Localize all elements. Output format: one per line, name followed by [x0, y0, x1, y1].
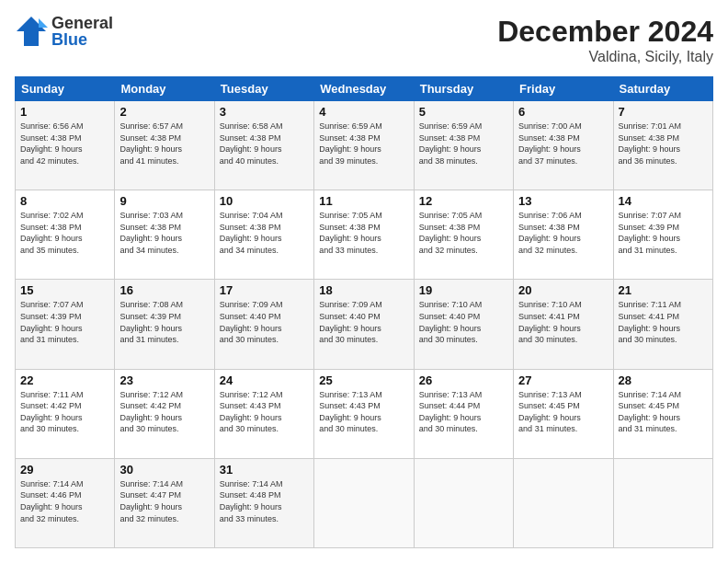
day-info: Sunrise: 7:14 AM Sunset: 4:46 PM Dayligh…: [20, 478, 109, 524]
logo: General Blue: [15, 15, 113, 48]
day-number: 15: [20, 283, 109, 297]
logo-general: General: [51, 15, 113, 31]
table-row: 27Sunrise: 7:13 AM Sunset: 4:45 PM Dayli…: [514, 369, 613, 458]
week-row-4: 22Sunrise: 7:11 AM Sunset: 4:42 PM Dayli…: [16, 369, 713, 458]
logo-text: General Blue: [51, 15, 113, 48]
table-row: 25Sunrise: 7:13 AM Sunset: 4:43 PM Dayli…: [314, 369, 414, 458]
day-info: Sunrise: 7:07 AM Sunset: 4:39 PM Dayligh…: [20, 299, 109, 345]
day-info: Sunrise: 6:56 AM Sunset: 4:38 PM Dayligh…: [20, 121, 109, 167]
day-number: 18: [319, 283, 408, 297]
table-row: 30Sunrise: 7:14 AM Sunset: 4:47 PM Dayli…: [115, 458, 214, 547]
table-row: 7Sunrise: 7:01 AM Sunset: 4:38 PM Daylig…: [613, 101, 712, 190]
day-number: 30: [119, 463, 209, 477]
day-info: Sunrise: 7:13 AM Sunset: 4:45 PM Dayligh…: [518, 389, 608, 435]
table-row: 26Sunrise: 7:13 AM Sunset: 4:44 PM Dayli…: [414, 369, 513, 458]
table-row: 9Sunrise: 7:03 AM Sunset: 4:38 PM Daylig…: [115, 190, 214, 280]
header-sunday: Sunday: [16, 77, 115, 101]
day-info: Sunrise: 7:03 AM Sunset: 4:38 PM Dayligh…: [119, 210, 209, 256]
day-info: Sunrise: 7:01 AM Sunset: 4:38 PM Dayligh…: [619, 121, 708, 167]
day-number: 19: [419, 283, 508, 297]
day-number: 12: [419, 194, 508, 208]
day-number: 1: [20, 105, 109, 119]
day-number: 7: [619, 105, 708, 119]
day-info: Sunrise: 7:12 AM Sunset: 4:43 PM Dayligh…: [220, 389, 309, 435]
table-row: 1Sunrise: 6:56 AM Sunset: 4:38 PM Daylig…: [16, 101, 115, 190]
day-info: Sunrise: 7:09 AM Sunset: 4:40 PM Dayligh…: [220, 299, 309, 345]
calendar-table: Sunday Monday Tuesday Wednesday Thursday…: [15, 76, 713, 548]
day-info: Sunrise: 7:11 AM Sunset: 4:41 PM Dayligh…: [619, 299, 708, 345]
header-wednesday: Wednesday: [314, 77, 414, 101]
calendar-subtitle: Valdina, Sicily, Italy: [497, 49, 713, 65]
day-info: Sunrise: 7:13 AM Sunset: 4:44 PM Dayligh…: [419, 389, 508, 435]
table-row: [514, 458, 613, 547]
day-info: Sunrise: 7:04 AM Sunset: 4:38 PM Dayligh…: [220, 210, 309, 256]
day-info: Sunrise: 6:58 AM Sunset: 4:38 PM Dayligh…: [220, 121, 309, 167]
day-number: 11: [319, 194, 408, 208]
day-number: 17: [220, 283, 309, 297]
day-number: 22: [20, 373, 109, 387]
table-row: 18Sunrise: 7:09 AM Sunset: 4:40 PM Dayli…: [314, 280, 414, 369]
day-number: 29: [20, 463, 109, 477]
table-row: 10Sunrise: 7:04 AM Sunset: 4:38 PM Dayli…: [214, 190, 313, 280]
table-row: 19Sunrise: 7:10 AM Sunset: 4:40 PM Dayli…: [414, 280, 513, 369]
day-number: 24: [220, 373, 309, 387]
header-friday: Friday: [514, 77, 613, 101]
svg-marker-1: [39, 18, 48, 28]
day-number: 16: [119, 283, 209, 297]
header-thursday: Thursday: [414, 77, 513, 101]
day-number: 8: [20, 194, 109, 208]
day-info: Sunrise: 7:05 AM Sunset: 4:38 PM Dayligh…: [419, 210, 508, 256]
table-row: 12Sunrise: 7:05 AM Sunset: 4:38 PM Dayli…: [414, 190, 513, 280]
day-number: 3: [220, 105, 309, 119]
svg-marker-0: [17, 17, 46, 46]
table-row: 23Sunrise: 7:12 AM Sunset: 4:42 PM Dayli…: [115, 369, 214, 458]
calendar-title: December 2024: [497, 15, 713, 49]
logo-blue: Blue: [51, 31, 113, 48]
table-row: 2Sunrise: 6:57 AM Sunset: 4:38 PM Daylig…: [115, 101, 214, 190]
day-info: Sunrise: 7:08 AM Sunset: 4:39 PM Dayligh…: [119, 299, 209, 345]
header-monday: Monday: [115, 77, 214, 101]
week-row-5: 29Sunrise: 7:14 AM Sunset: 4:46 PM Dayli…: [16, 458, 713, 547]
calendar-header-row: Sunday Monday Tuesday Wednesday Thursday…: [16, 77, 713, 101]
day-number: 26: [419, 373, 508, 387]
day-number: 6: [518, 105, 608, 119]
week-row-2: 8Sunrise: 7:02 AM Sunset: 4:38 PM Daylig…: [16, 190, 713, 280]
table-row: 13Sunrise: 7:06 AM Sunset: 4:38 PM Dayli…: [514, 190, 613, 280]
week-row-3: 15Sunrise: 7:07 AM Sunset: 4:39 PM Dayli…: [16, 280, 713, 369]
table-row: 11Sunrise: 7:05 AM Sunset: 4:38 PM Dayli…: [314, 190, 414, 280]
table-row: 21Sunrise: 7:11 AM Sunset: 4:41 PM Dayli…: [613, 280, 712, 369]
day-info: Sunrise: 7:14 AM Sunset: 4:45 PM Dayligh…: [619, 389, 708, 435]
day-number: 14: [619, 194, 708, 208]
day-info: Sunrise: 7:14 AM Sunset: 4:48 PM Dayligh…: [220, 478, 309, 524]
day-info: Sunrise: 7:09 AM Sunset: 4:40 PM Dayligh…: [319, 299, 408, 345]
day-info: Sunrise: 7:12 AM Sunset: 4:42 PM Dayligh…: [119, 389, 209, 435]
day-number: 10: [220, 194, 309, 208]
table-row: 15Sunrise: 7:07 AM Sunset: 4:39 PM Dayli…: [16, 280, 115, 369]
title-block: December 2024 Valdina, Sicily, Italy: [497, 15, 713, 65]
header-saturday: Saturday: [613, 77, 712, 101]
header-tuesday: Tuesday: [214, 77, 313, 101]
day-info: Sunrise: 7:10 AM Sunset: 4:40 PM Dayligh…: [419, 299, 508, 345]
day-info: Sunrise: 7:06 AM Sunset: 4:38 PM Dayligh…: [518, 210, 608, 256]
table-row: 8Sunrise: 7:02 AM Sunset: 4:38 PM Daylig…: [16, 190, 115, 280]
table-row: 24Sunrise: 7:12 AM Sunset: 4:43 PM Dayli…: [214, 369, 313, 458]
table-row: 5Sunrise: 6:59 AM Sunset: 4:38 PM Daylig…: [414, 101, 513, 190]
table-row: [314, 458, 414, 547]
day-number: 27: [518, 373, 608, 387]
day-info: Sunrise: 7:10 AM Sunset: 4:41 PM Dayligh…: [518, 299, 608, 345]
table-row: 28Sunrise: 7:14 AM Sunset: 4:45 PM Dayli…: [613, 369, 712, 458]
day-number: 21: [619, 283, 708, 297]
table-row: [613, 458, 712, 547]
day-number: 20: [518, 283, 608, 297]
table-row: 22Sunrise: 7:11 AM Sunset: 4:42 PM Dayli…: [16, 369, 115, 458]
day-info: Sunrise: 6:59 AM Sunset: 4:38 PM Dayligh…: [419, 121, 508, 167]
day-info: Sunrise: 7:13 AM Sunset: 4:43 PM Dayligh…: [319, 389, 408, 435]
day-info: Sunrise: 6:59 AM Sunset: 4:38 PM Dayligh…: [319, 121, 408, 167]
table-row: 20Sunrise: 7:10 AM Sunset: 4:41 PM Dayli…: [514, 280, 613, 369]
day-number: 2: [119, 105, 209, 119]
logo-icon: [15, 15, 48, 48]
day-number: 13: [518, 194, 608, 208]
page: General Blue December 2024 Valdina, Sici…: [0, 0, 728, 563]
table-row: 29Sunrise: 7:14 AM Sunset: 4:46 PM Dayli…: [16, 458, 115, 547]
day-number: 23: [119, 373, 209, 387]
